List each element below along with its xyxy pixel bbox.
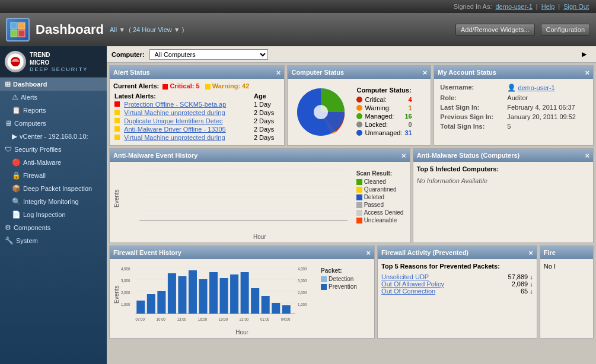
swatch-passed	[356, 202, 362, 208]
fw-prevented-link-1[interactable]: Out Of Allowed Policy	[381, 280, 444, 288]
components-icon: ⚙	[5, 223, 11, 232]
partial-title: Fire	[544, 249, 556, 256]
computer-status-header: Computer Status ×	[288, 66, 431, 79]
account-row-prev-signin: Previous Sign In: January 20, 2011 09:52	[438, 112, 589, 122]
computer-status-body: Computer Status: Critical: 4 Warning: 1	[288, 79, 431, 145]
account-username-link[interactable]: demo-user-1	[518, 84, 554, 91]
table-row: Protection Offline - SCKM5-beta.ap 1 Day	[113, 100, 281, 108]
sidebar-item-system[interactable]: 🔧 System	[0, 234, 107, 247]
anti-malware-status-close[interactable]: ×	[585, 152, 589, 159]
widget-anti-malware-history: Anti-Malware Event History × Events	[109, 148, 410, 243]
alert-icon-red	[114, 101, 120, 107]
sidebar-item-reports[interactable]: 📋 Reports	[0, 104, 107, 117]
firewall-icon: 🔒	[12, 171, 21, 180]
svg-text:1,000: 1,000	[121, 302, 130, 306]
table-row: Unsolicited UDP 57,889 ↓	[381, 273, 533, 280]
status-row-warning: Warning: 1	[356, 104, 412, 111]
svg-rect-42	[220, 278, 228, 314]
computer-status-legend: Computer Status: Critical: 4 Warning: 1	[356, 87, 412, 138]
view-time-link[interactable]: 24 Hour View	[133, 26, 172, 33]
account-row-total: Total Sign Ins: 5	[438, 122, 589, 131]
alert-link-1[interactable]: Virtual Machine unprotected during	[124, 109, 225, 116]
sidebar-item-alerts[interactable]: ⚠ Alerts	[0, 91, 107, 104]
firewall-prevented-header: Firewall Activity (Prevented) ×	[378, 246, 537, 259]
sidebar-item-firewall[interactable]: 🔒 Firewall	[0, 169, 107, 182]
svg-text:13:00: 13:00	[191, 222, 202, 223]
svg-text:16:00: 16:00	[198, 317, 208, 321]
anti-malware-history-body: Events 07:00	[110, 162, 410, 242]
fw-prevented-link-0[interactable]: Unsolicited UDP	[381, 273, 429, 280]
account-row-last-signin: Last Sign In: February 4, 2011 06:37	[438, 103, 589, 112]
widget-anti-malware-status: Anti-Malware Status (Computers) × Top 5 …	[413, 148, 594, 243]
scroll-right-arrow[interactable]: ▶	[582, 50, 591, 58]
count-critical: 4	[409, 96, 412, 103]
sidebar: TRENDMICRO DEEP SECURITY ⊞ Dashboard ⚠ A…	[0, 46, 107, 364]
status-row-locked: Locked: 0	[356, 121, 412, 128]
alert-status-close[interactable]: ×	[276, 69, 281, 76]
warning-label: Warning:	[212, 82, 240, 90]
firewall-prevented-close[interactable]: ×	[528, 249, 533, 257]
legend-title: Computer Status:	[356, 87, 412, 94]
my-account-title: My Account Status	[438, 69, 496, 76]
swatch-access-denied	[356, 210, 362, 216]
my-account-close[interactable]: ×	[585, 69, 589, 76]
sidebar-item-dashboard[interactable]: ⊞ Dashboard	[0, 78, 107, 91]
account-row-role: Role: Auditor	[438, 93, 589, 103]
widget-row-2: Anti-Malware Event History × Events	[109, 148, 594, 243]
sidebar-item-security-profiles[interactable]: 🛡 Security Profiles	[0, 143, 107, 156]
swatch-deleted	[356, 194, 362, 200]
alert-link-4[interactable]: Virtual Machine unprotected during	[124, 134, 225, 141]
fw-top5-label: Top 5 Reasons for Prevented Packets:	[381, 263, 533, 270]
table-row: Out Of Allowed Policy 2,089 ↓	[381, 280, 533, 288]
svg-rect-40	[199, 279, 207, 314]
current-alerts-label: Current Alerts:	[113, 82, 159, 90]
fw-prevented-link-2[interactable]: Out Of Connection	[381, 288, 435, 295]
status-row-critical: Critical: 4	[356, 96, 412, 103]
anti-malware-history-close[interactable]: ×	[401, 152, 406, 159]
alert-link-2[interactable]: Duplicate Unique Identifiers Detec	[124, 117, 222, 124]
svg-text:22:00: 22:00	[240, 317, 249, 321]
sidebar-item-integrity[interactable]: 🔍 Integrity Monitoring	[0, 195, 107, 208]
integrity-icon: 🔍	[12, 197, 21, 206]
deep-packet-icon: 📦	[12, 184, 21, 193]
alert-link-0[interactable]: Protection Offline - SCKM5-beta.ap	[124, 101, 226, 108]
alert-link-3[interactable]: Anti-Malware Driver Offline - 13305	[124, 126, 226, 133]
sidebar-label-log-inspection: Log Inspection	[23, 211, 66, 218]
sidebar-label-integrity: Integrity Monitoring	[23, 198, 79, 205]
svg-text:04:00: 04:00	[320, 222, 330, 223]
widget-my-account: My Account Status × Username: 👤 demo-use…	[434, 65, 594, 146]
partial-content: No I	[544, 263, 589, 270]
svg-rect-34	[136, 301, 145, 314]
help-link[interactable]: Help	[541, 3, 555, 10]
sidebar-item-anti-malware[interactable]: 🔴 Anti-Malware	[0, 156, 107, 169]
sidebar-label-reports: Reports	[23, 107, 46, 114]
computer-dropdown[interactable]: All Computers	[149, 49, 268, 60]
sidebar-item-log-inspection[interactable]: 📄 Log Inspection	[0, 208, 107, 221]
sidebar-item-computers[interactable]: 🖥 Computers	[0, 117, 107, 130]
dash-controls: All ▼ ( 24 Hour View ▼ )	[110, 26, 184, 33]
firewall-history-close[interactable]: ×	[366, 249, 371, 257]
svg-text:19:00: 19:00	[219, 317, 228, 321]
sidebar-item-deep-packet[interactable]: 📦 Deep Packet Inspection	[0, 182, 107, 195]
sign-out-link[interactable]: Sign Out	[563, 3, 589, 10]
sidebar-item-components[interactable]: ⚙ Components	[0, 221, 107, 234]
add-remove-button[interactable]: Add/Remove Widgets...	[455, 24, 535, 36]
topbar-username[interactable]: demo-user-1	[495, 3, 532, 10]
svg-text:10:00: 10:00	[157, 317, 166, 321]
count-locked: 0	[409, 121, 412, 128]
log-inspection-icon: 📄	[12, 210, 21, 219]
anti-malware-icon: 🔴	[12, 158, 21, 167]
widget-alert-status-header: Alert Status ×	[110, 66, 284, 79]
alert-current-row: Current Alerts: Critical: 5 Warning: 42	[113, 82, 281, 90]
alert-icon-yellow-0	[114, 110, 120, 115]
count-unmanaged: 31	[404, 129, 412, 136]
configuration-button[interactable]: Configuration	[541, 24, 590, 36]
fw-chart-legend: Packet: Detection Prevention	[318, 261, 372, 328]
computer-status-close[interactable]: ×	[423, 69, 428, 76]
sidebar-item-vcenter[interactable]: ▶ vCenter - 192.168.0.10:	[0, 130, 107, 143]
view-all-link[interactable]: All	[110, 26, 117, 33]
warning-color-box	[205, 84, 211, 90]
table-row: Anti-Malware Driver Offline - 13305 2 Da…	[113, 125, 281, 133]
svg-text:10:00: 10:00	[165, 222, 176, 223]
svg-text:16:00: 16:00	[216, 222, 227, 223]
